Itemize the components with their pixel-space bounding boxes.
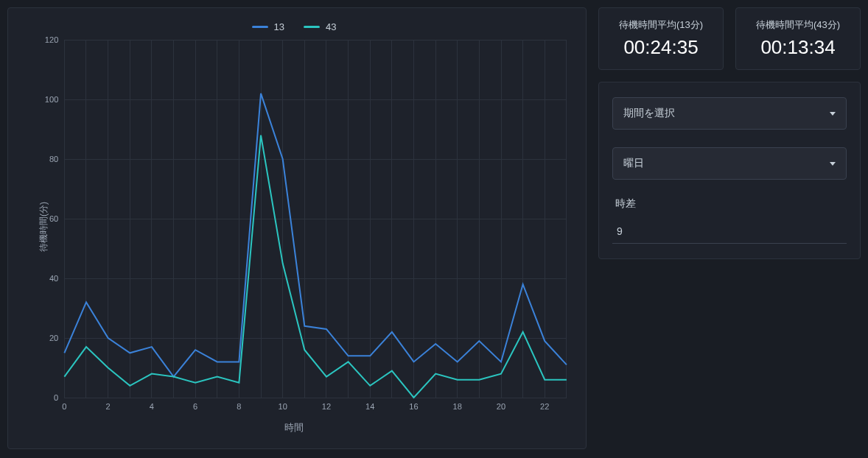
svg-text:120: 120 <box>45 35 58 44</box>
svg-text:22: 22 <box>540 402 549 411</box>
svg-text:0: 0 <box>62 402 66 411</box>
stat-card-43: 待機時間平均(43分) 00:13:34 <box>735 7 861 70</box>
y-axis-label: 待機時間(分) <box>38 202 50 252</box>
svg-text:80: 80 <box>49 155 58 163</box>
svg-text:0: 0 <box>54 393 58 402</box>
chevron-down-icon <box>830 162 836 166</box>
svg-text:20: 20 <box>49 334 58 342</box>
svg-text:4: 4 <box>150 402 154 411</box>
svg-text:2: 2 <box>106 402 111 411</box>
svg-text:40: 40 <box>49 274 58 283</box>
stat-value: 00:13:34 <box>745 36 851 59</box>
stat-title: 待機時間平均(43分) <box>745 18 851 32</box>
chevron-down-icon <box>830 112 836 116</box>
offset-label: 時差 <box>612 197 847 211</box>
stat-value: 00:24:35 <box>608 36 714 59</box>
svg-text:8: 8 <box>237 402 241 411</box>
offset-field-group: 時差 <box>612 197 847 244</box>
x-axis-label: 時間 <box>14 421 574 434</box>
legend-swatch-43 <box>304 26 320 28</box>
legend-label: 13 <box>274 21 284 32</box>
svg-text:16: 16 <box>409 402 418 411</box>
period-select[interactable]: 期間を選択 <box>612 97 847 130</box>
svg-text:100: 100 <box>45 95 58 104</box>
chart-svg[interactable]: 0204060801001200246810121416182022 <box>32 35 574 418</box>
svg-text:20: 20 <box>497 402 505 411</box>
svg-text:60: 60 <box>49 214 58 223</box>
svg-text:12: 12 <box>322 402 331 411</box>
stats-row: 待機時間平均(13分) 00:24:35 待機時間平均(43分) 00:13:3… <box>598 7 861 70</box>
offset-input[interactable] <box>612 221 847 244</box>
right-column: 待機時間平均(13分) 00:24:35 待機時間平均(43分) 00:13:3… <box>598 7 861 451</box>
svg-text:18: 18 <box>453 402 462 411</box>
legend-item-43[interactable]: 43 <box>304 21 336 32</box>
svg-text:6: 6 <box>193 402 197 411</box>
legend-swatch-13 <box>252 26 268 28</box>
stat-title: 待機時間平均(13分) <box>608 18 714 32</box>
svg-text:10: 10 <box>279 402 287 411</box>
dow-select[interactable]: 曜日 <box>612 147 847 180</box>
dow-select-label: 曜日 <box>623 157 644 170</box>
controls-panel: 期間を選択 曜日 時差 <box>598 82 861 259</box>
plot-area: 待機時間(分) 02040608010012002468101214161820… <box>32 35 574 418</box>
svg-text:14: 14 <box>365 402 374 411</box>
period-select-label: 期間を選択 <box>623 107 675 120</box>
legend-label: 43 <box>326 21 336 32</box>
legend-item-13[interactable]: 13 <box>252 21 284 32</box>
chart-panel: 13 43 待機時間(分) 02040608010012002468101214… <box>7 7 587 449</box>
stat-card-13: 待機時間平均(13分) 00:24:35 <box>598 7 724 70</box>
chart-legend: 13 43 <box>14 21 574 32</box>
